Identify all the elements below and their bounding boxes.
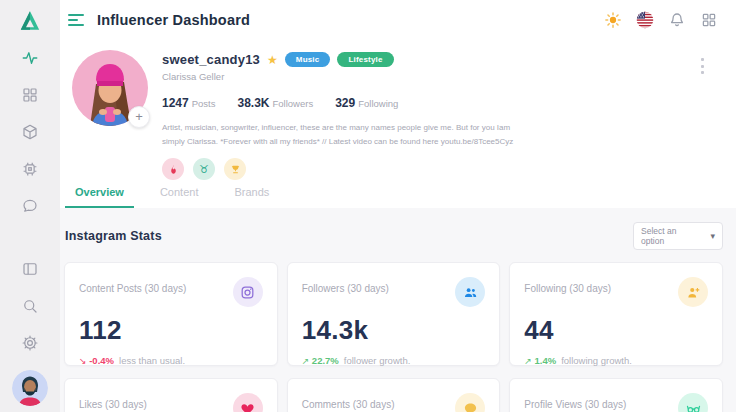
add-story-button[interactable]: + — [128, 106, 150, 128]
card-value: 14.3k — [302, 315, 486, 346]
app-window: Influencer Dashboard + — [0, 0, 736, 412]
card-likes: Likes (30 days) — [64, 378, 278, 412]
glasses-icon — [678, 393, 708, 412]
page-title: Influencer Dashboard — [97, 12, 250, 28]
app-logo-icon[interactable] — [17, 8, 43, 34]
profile-tabs: Overview Content Brands — [60, 180, 736, 208]
profile-avatar: + — [72, 50, 148, 126]
instagram-icon — [233, 277, 263, 307]
notifications-bell-icon[interactable] — [668, 11, 686, 29]
card-followers: Followers (30 days) 14.3k ↗ 22.7% follow… — [287, 262, 501, 366]
stat-followers: 38.3KFollowers — [237, 93, 313, 111]
taurus-badge-icon[interactable]: ♉ — [193, 158, 215, 180]
card-value: 112 — [79, 315, 263, 346]
tab-brands[interactable]: Brands — [224, 180, 279, 208]
card-following: Following (30 days) 44 ↗ 1.4% following … — [509, 262, 723, 366]
stats-cards-row-2: Likes (30 days) Comments (30 days) — [64, 378, 723, 412]
user-avatar[interactable] — [12, 370, 48, 406]
stats-cards-row-1: Content Posts (30 days) 112 ↘ -0.4% less… — [64, 262, 723, 366]
comment-icon — [455, 393, 485, 412]
chevron-down-icon: ▾ — [710, 231, 715, 241]
card-comments: Comments (30 days) — [287, 378, 501, 412]
star-icon: ★ — [267, 54, 278, 66]
profile-info: sweet_candy13 ★ Music Lifestyle Clarissa… — [162, 50, 514, 180]
profile-header: + sweet_candy13 ★ Music Lifestyle Claris… — [60, 40, 736, 180]
settings-gear-icon[interactable] — [20, 333, 40, 353]
trophy-badge-icon[interactable] — [224, 158, 246, 180]
sidebar-item-system[interactable] — [20, 159, 40, 179]
followers-group-icon — [455, 277, 485, 307]
stat-posts: 1247Posts — [162, 93, 215, 111]
menu-toggle-icon[interactable] — [68, 14, 84, 26]
heart-icon — [233, 393, 263, 412]
instagram-stats-section: Instagram Stats Select an option ▾ Conte… — [60, 208, 736, 412]
theme-sun-icon[interactable] — [604, 11, 622, 29]
profile-menu-kebab-icon[interactable] — [699, 56, 706, 76]
tag-music[interactable]: Music — [285, 52, 331, 67]
sidebar — [0, 0, 60, 412]
main-area: Influencer Dashboard + — [60, 0, 736, 412]
sidebar-item-activity[interactable] — [20, 48, 40, 68]
profile-username: sweet_candy13 — [162, 52, 260, 67]
language-flag-icon[interactable] — [636, 11, 654, 29]
sidebar-item-panels[interactable] — [20, 259, 40, 279]
apps-grid-icon[interactable] — [700, 11, 718, 29]
card-profile-views: Profile Views (30 days) — [509, 378, 723, 412]
tab-overview[interactable]: Overview — [65, 180, 134, 208]
stat-following: 329Following — [335, 93, 398, 111]
profile-fullname: Clarissa Geller — [162, 71, 514, 82]
achievement-badges: ♉ — [162, 158, 514, 180]
header-actions — [604, 11, 718, 29]
search-icon[interactable] — [20, 296, 40, 316]
delta-down: ↘ -0.4% — [79, 355, 114, 366]
arrow-up-icon: ↗ — [302, 356, 310, 366]
tab-content[interactable]: Content — [150, 180, 209, 208]
sidebar-item-dashboard[interactable] — [20, 85, 40, 105]
delta-up: ↗ 22.7% — [302, 355, 339, 366]
arrow-up-icon: ↗ — [524, 356, 532, 366]
profile-bio: Artist, musician, songwriter, influencer… — [162, 121, 514, 148]
period-select-dropdown[interactable]: Select an option ▾ — [633, 222, 723, 250]
person-plus-icon — [678, 277, 708, 307]
card-content-posts: Content Posts (30 days) 112 ↘ -0.4% less… — [64, 262, 278, 366]
card-value: 44 — [524, 315, 708, 346]
sidebar-item-packages[interactable] — [20, 122, 40, 142]
delta-up: ↗ 1.4% — [524, 355, 556, 366]
top-bar: Influencer Dashboard — [60, 0, 736, 40]
section-title: Instagram Stats — [64, 229, 162, 243]
sidebar-item-messages[interactable] — [20, 196, 40, 216]
fire-badge-icon[interactable] — [162, 158, 184, 180]
tag-lifestyle[interactable]: Lifestyle — [337, 52, 393, 67]
arrow-down-icon: ↘ — [79, 356, 87, 366]
profile-stats: 1247Posts 38.3KFollowers 329Following — [162, 93, 514, 111]
